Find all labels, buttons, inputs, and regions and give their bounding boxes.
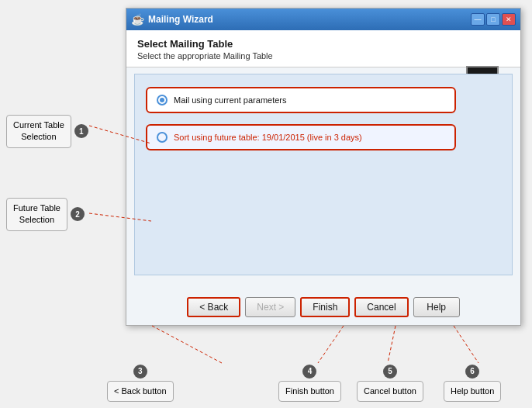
radio-future-table[interactable]: Sort using future table: 19/01/2015 (liv… (146, 124, 456, 150)
radio-dot-current (157, 95, 168, 105)
svg-line-3 (318, 326, 344, 363)
cancel-button[interactable]: Cancel (354, 297, 408, 317)
back-button[interactable]: < Back (187, 297, 240, 317)
mailing-wizard-dialog: ☕ Mailing Wizard — □ ✕ Select Mailing Ta… (126, 8, 521, 326)
svg-line-2 (152, 326, 222, 363)
svg-line-5 (454, 326, 478, 363)
annotation-future-table: Future Table Selection 2 (6, 198, 85, 231)
bottom-annotation-help: 6 Help button (444, 365, 501, 402)
dialog-header: Select Mailing Table Select the appropri… (126, 30, 520, 67)
annotation-badge-6: 6 (465, 365, 479, 379)
button-bar: < Back Next > Finish Cancel Help (126, 297, 520, 317)
minimize-button[interactable]: — (471, 13, 485, 26)
close-button[interactable]: ✕ (502, 13, 516, 26)
future-table-label: Future Table Selection (6, 198, 67, 231)
finish-button-label: Finish button (278, 381, 341, 402)
help-button-label: Help button (444, 381, 501, 402)
next-button[interactable]: Next > (245, 297, 295, 317)
finish-button[interactable]: Finish (300, 297, 350, 317)
dialog-header-title: Select Mailing Table (137, 38, 510, 50)
radio-label-current: Mail using current parameters (174, 95, 287, 105)
bottom-annotation-finish: 4 Finish button (278, 365, 341, 402)
dialog-titlebar: ☕ Mailing Wizard — □ ✕ (126, 9, 520, 30)
radio-current-parameters[interactable]: Mail using current parameters (146, 87, 456, 113)
dialog-body: Mail using current parameters Sort using… (134, 74, 513, 275)
maximize-button[interactable]: □ (486, 13, 500, 26)
dialog-header-subtitle: Select the appropriate Mailing Table (137, 51, 510, 61)
help-button[interactable]: Help (413, 297, 460, 317)
bottom-annotation-back: 3 < Back button (107, 365, 174, 402)
annotation-badge-2: 2 (71, 207, 85, 221)
annotation-current-table: Current Table Selection 1 (6, 115, 88, 148)
annotation-badge-4: 4 (302, 365, 316, 379)
bottom-annotation-cancel: 5 Cancel button (357, 365, 423, 402)
cancel-button-label: Cancel button (357, 381, 423, 402)
svg-line-4 (388, 326, 396, 363)
dialog-icon: ☕ (131, 13, 143, 26)
titlebar-buttons: — □ ✕ (471, 13, 516, 26)
annotation-badge-1: 1 (74, 124, 88, 138)
annotation-badge-3: 3 (133, 365, 147, 379)
radio-label-future: Sort using future table: 19/01/2015 (liv… (174, 133, 362, 142)
radio-dot-future (157, 132, 168, 143)
back-button-label: < Back button (107, 381, 174, 402)
dialog-title: Mailing Wizard (148, 14, 471, 25)
current-table-label: Current Table Selection (6, 115, 71, 148)
annotation-badge-5: 5 (383, 365, 397, 379)
